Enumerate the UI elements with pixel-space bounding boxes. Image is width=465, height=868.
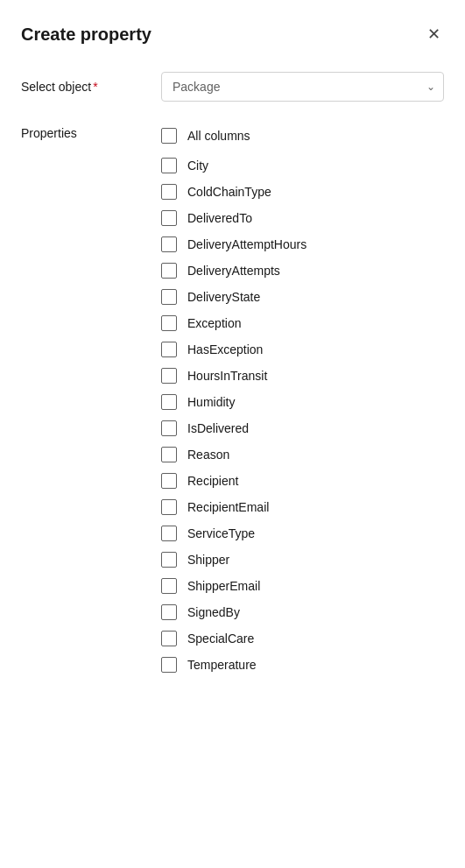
property-row-delivery-attempts[interactable]: DeliveryAttempts — [161, 258, 444, 284]
property-row-recipient[interactable]: Recipient — [161, 468, 444, 494]
label-has-exception: HasException — [187, 342, 263, 356]
close-icon: ✕ — [427, 25, 440, 44]
label-hours-in-transit: HoursInTransit — [187, 369, 267, 383]
all-columns-label: All columns — [187, 129, 250, 143]
panel-header: Create property ✕ — [21, 21, 444, 47]
label-temperature: Temperature — [187, 658, 257, 672]
create-property-panel: Create property ✕ Select object* Package… — [0, 0, 465, 868]
close-button[interactable]: ✕ — [424, 21, 444, 47]
required-indicator: * — [93, 80, 97, 94]
checkbox-shipper-email[interactable] — [161, 578, 177, 594]
label-service-type: ServiceType — [187, 526, 255, 540]
checkbox-recipient-email[interactable] — [161, 499, 177, 515]
label-city: City — [187, 159, 208, 173]
properties-container: CityColdChainTypeDeliveredToDeliveryAtte… — [161, 152, 444, 678]
property-row-signed-by[interactable]: SignedBy — [161, 599, 444, 625]
properties-label: Properties — [21, 123, 161, 140]
checkbox-hours-in-transit[interactable] — [161, 368, 177, 384]
property-row-is-delivered[interactable]: IsDelivered — [161, 415, 444, 441]
property-row-shipper-email[interactable]: ShipperEmail — [161, 573, 444, 599]
checkbox-humidity[interactable] — [161, 394, 177, 410]
checkbox-delivery-attempts[interactable] — [161, 263, 177, 279]
label-is-delivered: IsDelivered — [187, 421, 249, 435]
property-row-hours-in-transit[interactable]: HoursInTransit — [161, 363, 444, 389]
property-row-recipient-email[interactable]: RecipientEmail — [161, 494, 444, 520]
select-object-wrapper: Package ⌄ — [161, 72, 444, 102]
label-shipper: Shipper — [187, 553, 229, 567]
label-delivered-to: DeliveredTo — [187, 211, 252, 225]
label-cold-chain-type: ColdChainType — [187, 185, 271, 199]
property-row-service-type[interactable]: ServiceType — [161, 520, 444, 547]
checkbox-exception[interactable] — [161, 315, 177, 331]
label-delivery-attempts: DeliveryAttempts — [187, 264, 280, 278]
checkbox-reason[interactable] — [161, 447, 177, 462]
checkbox-is-delivered[interactable] — [161, 420, 177, 436]
checkbox-city[interactable] — [161, 158, 177, 173]
label-delivery-state: DeliveryState — [187, 290, 260, 304]
property-row-special-care[interactable]: SpecialCare — [161, 625, 444, 652]
label-recipient-email: RecipientEmail — [187, 500, 269, 514]
property-row-reason[interactable]: Reason — [161, 441, 444, 468]
panel-title: Create property — [21, 25, 151, 45]
checkbox-delivery-attempt-hours[interactable] — [161, 236, 177, 252]
checkbox-cold-chain-type[interactable] — [161, 184, 177, 200]
property-row-humidity[interactable]: Humidity — [161, 389, 444, 415]
property-row-temperature[interactable]: Temperature — [161, 652, 444, 678]
checkbox-shipper[interactable] — [161, 552, 177, 568]
label-exception: Exception — [187, 316, 241, 330]
select-object-row: Select object* Package ⌄ — [21, 72, 444, 102]
all-columns-checkbox[interactable] — [161, 128, 177, 144]
checkbox-delivery-state[interactable] — [161, 289, 177, 305]
select-object-label: Select object* — [21, 80, 161, 94]
checkbox-delivered-to[interactable] — [161, 210, 177, 226]
label-special-care: SpecialCare — [187, 632, 254, 646]
checkbox-has-exception[interactable] — [161, 342, 177, 357]
label-shipper-email: ShipperEmail — [187, 579, 260, 593]
checkbox-recipient[interactable] — [161, 473, 177, 489]
label-recipient: Recipient — [187, 474, 238, 488]
property-row-has-exception[interactable]: HasException — [161, 336, 444, 363]
property-row-exception[interactable]: Exception — [161, 310, 444, 336]
properties-section: Properties All columns CityColdChainType… — [21, 123, 444, 678]
select-object-dropdown[interactable]: Package — [161, 72, 444, 102]
property-row-delivery-attempt-hours[interactable]: DeliveryAttemptHours — [161, 231, 444, 258]
properties-list: All columns CityColdChainTypeDeliveredTo… — [161, 123, 444, 678]
label-signed-by: SignedBy — [187, 605, 240, 619]
all-columns-row[interactable]: All columns — [161, 123, 444, 149]
label-delivery-attempt-hours: DeliveryAttemptHours — [187, 237, 306, 251]
property-row-delivery-state[interactable]: DeliveryState — [161, 284, 444, 310]
property-row-shipper[interactable]: Shipper — [161, 547, 444, 573]
property-row-city[interactable]: City — [161, 152, 444, 179]
label-reason: Reason — [187, 448, 229, 462]
label-humidity: Humidity — [187, 395, 235, 409]
checkbox-signed-by[interactable] — [161, 604, 177, 620]
checkbox-temperature[interactable] — [161, 657, 177, 673]
property-row-delivered-to[interactable]: DeliveredTo — [161, 205, 444, 231]
checkbox-special-care[interactable] — [161, 631, 177, 646]
checkbox-service-type[interactable] — [161, 526, 177, 541]
property-row-cold-chain-type[interactable]: ColdChainType — [161, 179, 444, 205]
